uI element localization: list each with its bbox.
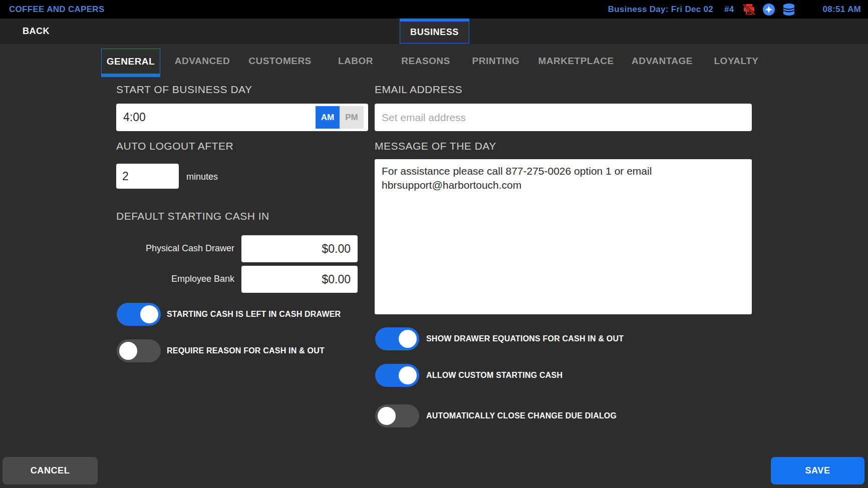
start-of-business-day-label: START OF BUSINESS DAY [116, 84, 252, 96]
show-drawer-equations-label: SHOW DRAWER EQUATIONS FOR CASH IN & OUT [426, 334, 624, 343]
physical-cash-drawer-label: Physical Cash Drawer [116, 243, 234, 254]
pm-button[interactable]: PM [340, 106, 364, 129]
header-bar: BACK BUSINESS [0, 19, 868, 44]
tab-labor[interactable]: LABOR [338, 56, 373, 67]
cancel-button[interactable]: CANCEL [3, 457, 98, 484]
toggle-knob [399, 330, 417, 348]
starting-cash-left-toggle[interactable] [117, 303, 161, 326]
tab-business[interactable]: BUSINESS [400, 19, 469, 44]
toggle-knob [140, 305, 158, 323]
tab-printing[interactable]: PRINTING [472, 56, 520, 67]
require-reason-label: REQUIRE REASON FOR CASH IN & OUT [167, 346, 325, 355]
tab-advantage[interactable]: ADVANTAGE [632, 56, 693, 67]
am-button[interactable]: AM [316, 106, 340, 129]
spark-icon [762, 3, 775, 16]
allow-custom-starting-cash-label: ALLOW CUSTOM STARTING CASH [426, 371, 562, 380]
toggle-knob [399, 366, 417, 384]
show-drawer-equations-toggle[interactable] [375, 327, 419, 350]
merchant-name: COFFEE AND CAPERS [0, 5, 105, 15]
email-address-input[interactable] [375, 104, 752, 131]
starting-cash-left-label: STARTING CASH IS LEFT IN CASH DRAWER [167, 310, 341, 319]
message-of-the-day-label: MESSAGE OF THE DAY [375, 140, 496, 152]
auto-logout-label: AUTO LOGOUT AFTER [116, 140, 233, 152]
physical-cash-drawer-input[interactable] [241, 235, 358, 262]
database-icon [782, 3, 796, 16]
default-starting-cash-label: DEFAULT STARTING CASH IN [116, 210, 269, 222]
allow-custom-starting-cash-toggle[interactable] [375, 364, 419, 387]
toggle-knob [378, 407, 396, 425]
settings-tab-row: GENERAL ADVANCED CUSTOMERS LABOR REASONS… [0, 45, 868, 80]
printer-offline-icon [742, 4, 756, 16]
business-day-label: Business Day: Fri Dec 02 [608, 5, 713, 15]
employee-bank-input[interactable] [241, 266, 358, 293]
auto-close-change-due-label: AUTOMATICALLY CLOSE CHANGE DUE DIALOG [426, 411, 617, 420]
tab-customers[interactable]: CUSTOMERS [248, 56, 312, 67]
tab-marketplace[interactable]: MARKETPLACE [538, 56, 614, 67]
email-address-label: EMAIL ADDRESS [375, 84, 462, 96]
tab-general[interactable]: GENERAL [101, 49, 160, 77]
employee-bank-label: Employee Bank [116, 274, 234, 284]
clock: 08:51 AM [823, 5, 861, 15]
minutes-unit-label: minutes [186, 172, 218, 182]
terminal-number: #4 [724, 5, 734, 15]
tab-loyalty[interactable]: LOYALTY [714, 56, 758, 67]
tab-advanced[interactable]: ADVANCED [175, 56, 230, 67]
auto-logout-input[interactable] [116, 164, 179, 189]
back-button[interactable]: BACK [23, 19, 50, 44]
status-bar: COFFEE AND CAPERS Business Day: Fri Dec … [0, 0, 868, 19]
auto-close-change-due-toggle[interactable] [375, 404, 419, 427]
tab-reasons[interactable]: REASONS [401, 56, 450, 67]
require-reason-toggle[interactable] [117, 339, 161, 362]
save-button[interactable]: SAVE [771, 457, 864, 484]
message-of-the-day-textarea[interactable]: For assistance please call 877-275-0026 … [375, 159, 752, 314]
toggle-knob [119, 342, 137, 360]
